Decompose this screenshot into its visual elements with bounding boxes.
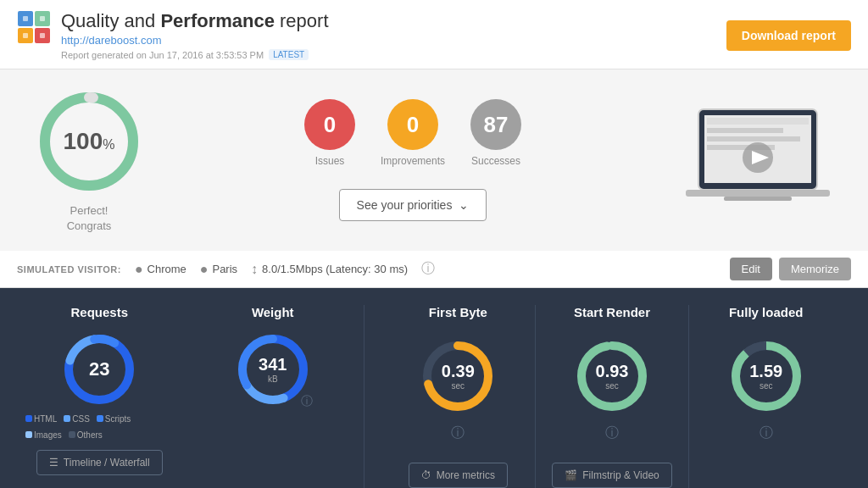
requests-col: Requests 23 HTML CSS Scripts Images Othe… — [25, 305, 174, 488]
visitor-bar: SIMULATED VISITOR: ● Chrome ● Paris ↕ 8.… — [0, 251, 868, 288]
html-legend: HTML — [25, 414, 57, 424]
page-title: Quality and Performance report — [61, 10, 329, 32]
filmstrip-video-button[interactable]: 🎬 Filmstrip & Video — [552, 463, 671, 488]
weight-col: Weight 341 kB ⓘ — [199, 305, 348, 488]
svg-rect-4 — [23, 16, 28, 21]
memorize-button[interactable]: Memorize — [779, 258, 851, 280]
svg-rect-19 — [686, 190, 830, 197]
fully-loaded-donut: 1.59 sec — [728, 338, 804, 414]
images-legend: Images — [25, 430, 62, 440]
timeline-waterfall-button[interactable]: ☰ Timeline / Waterfall — [36, 450, 163, 475]
score-section: 100% Perfect! Congrats 0 Issues 0 Improv… — [0, 69, 868, 251]
latest-badge: LATEST — [269, 49, 309, 60]
report-meta: Report generated on Jun 17, 2016 at 3:53… — [61, 49, 329, 60]
browser-item: ● Chrome — [135, 262, 186, 277]
first-byte-col: First Byte 0.39 sec ⓘ ⏱ More metrics — [381, 305, 536, 488]
header: Quality and Performance report http://da… — [0, 0, 868, 69]
globe-icon: ● — [135, 262, 143, 277]
app-logo — [17, 10, 51, 44]
others-legend: Others — [69, 430, 103, 440]
location-item: ● Paris — [200, 262, 237, 277]
visitor-bar-left: SIMULATED VISITOR: ● Chrome ● Paris ↕ 8.… — [17, 260, 435, 278]
location-icon: ● — [200, 262, 209, 277]
successes-metric: 87 Successes — [470, 99, 521, 167]
start-render-value: 0.93 sec — [596, 362, 629, 391]
connection-item: ↕ 8.0/1.5Mbps (Latency: 30 ms) — [251, 262, 408, 277]
svg-rect-20 — [724, 197, 792, 201]
requests-weight-section: Requests 23 HTML CSS Scripts Images Othe… — [25, 305, 364, 488]
svg-rect-13 — [707, 118, 809, 125]
successes-label: Successes — [471, 155, 520, 167]
svg-rect-15 — [707, 136, 800, 141]
browser-name: Chrome — [147, 263, 186, 275]
weight-help-icon[interactable]: ⓘ — [301, 394, 313, 409]
css-legend: CSS — [64, 414, 90, 424]
edit-button[interactable]: Edit — [730, 258, 772, 280]
visitor-label: SIMULATED VISITOR: — [17, 264, 121, 274]
score-label: Perfect! Congrats — [67, 203, 112, 234]
connection-speed: 8.0/1.5Mbps (Latency: 30 ms) — [262, 263, 408, 275]
metrics-summary: 0 Issues 0 Improvements 87 Successes See… — [304, 99, 521, 221]
chevron-down-icon: ⌄ — [459, 198, 469, 212]
more-metrics-button[interactable]: ⏱ More metrics — [409, 463, 508, 488]
svg-rect-14 — [707, 128, 783, 133]
first-byte-help-icon[interactable]: ⓘ — [451, 424, 465, 442]
first-byte-value: 0.39 sec — [442, 362, 475, 391]
more-metrics-btns: ⏱ More metrics — [409, 452, 508, 488]
fully-loaded-title: Fully loaded — [729, 305, 804, 319]
requests-title: Requests — [70, 305, 128, 319]
improvements-label: Improvements — [381, 155, 445, 167]
header-left: Quality and Performance report http://da… — [17, 10, 329, 60]
score-donut-container: 100% Perfect! Congrats — [34, 86, 144, 234]
score-value: 100% — [64, 128, 115, 155]
priorities-button[interactable]: See your priorities ⌄ — [339, 189, 487, 221]
score-donut: 100% — [34, 86, 144, 197]
timeline-icon: ☰ — [49, 457, 58, 469]
download-report-button[interactable]: Download report — [726, 20, 851, 51]
help-icon[interactable]: ⓘ — [421, 260, 435, 278]
visitor-bar-right: Edit Memorize — [730, 258, 851, 280]
weight-donut: 341 kB ⓘ — [235, 331, 311, 408]
weight-value: 341 kB — [259, 355, 287, 384]
connection-icon: ↕ — [251, 262, 258, 277]
fully-loaded-value: 1.59 sec — [749, 362, 782, 391]
issues-label: Issues — [315, 155, 345, 167]
issues-metric: 0 Issues — [304, 99, 355, 167]
issues-badge: 0 — [304, 99, 355, 150]
improvements-metric: 0 Improvements — [381, 99, 445, 167]
start-render-title: Start Render — [574, 305, 650, 319]
start-render-help-icon[interactable]: ⓘ — [605, 424, 619, 442]
requests-donut: 23 — [61, 331, 137, 408]
start-render-col: Start Render 0.93 sec ⓘ 🎬 Filmstrip & Vi… — [536, 305, 690, 488]
legend: HTML CSS Scripts Images Others — [25, 414, 174, 440]
svg-rect-5 — [40, 16, 45, 21]
metrics-row: 0 Issues 0 Improvements 87 Successes — [304, 99, 521, 167]
fully-loaded-col: Fully loaded 1.59 sec ⓘ — [689, 305, 843, 488]
svg-rect-6 — [23, 33, 28, 38]
performance-panel: Requests 23 HTML CSS Scripts Images Othe… — [0, 288, 868, 488]
filmstrip-btns: 🎬 Filmstrip & Video — [552, 452, 671, 488]
clock-icon: ⏱ — [421, 469, 431, 481]
site-url[interactable]: http://dareboost.com — [61, 34, 162, 47]
successes-badge: 87 — [470, 99, 521, 150]
header-text: Quality and Performance report http://da… — [61, 10, 329, 60]
svg-rect-7 — [40, 33, 45, 38]
requests-value: 23 — [89, 358, 109, 380]
weight-title: Weight — [252, 305, 294, 319]
improvements-badge: 0 — [387, 99, 438, 150]
first-byte-title: First Byte — [429, 305, 487, 319]
location-name: Paris — [212, 263, 237, 275]
timing-section: First Byte 0.39 sec ⓘ ⏱ More metrics — [364, 305, 843, 488]
start-render-donut: 0.93 sec — [574, 338, 650, 414]
first-byte-donut: 0.39 sec — [420, 338, 496, 414]
film-icon: 🎬 — [565, 469, 577, 481]
fully-loaded-help-icon[interactable]: ⓘ — [760, 424, 773, 442]
scripts-legend: Scripts — [97, 414, 131, 424]
laptop-illustration — [682, 101, 834, 219]
